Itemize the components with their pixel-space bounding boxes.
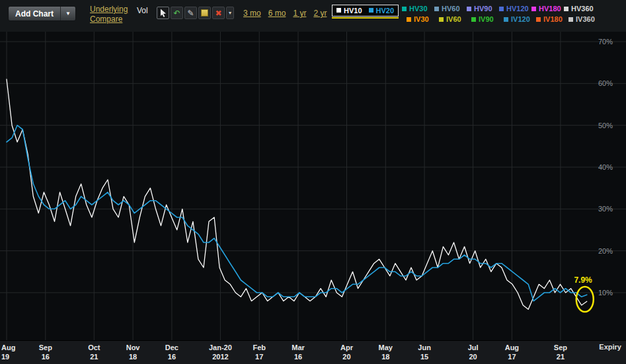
swatch-iv60 <box>439 17 444 22</box>
swatch-hv180 <box>531 7 536 11</box>
y-axis-label: 50% <box>598 122 613 129</box>
swatch-iv180 <box>536 17 541 22</box>
y-axis-label: 30% <box>598 205 613 213</box>
legend-selected-group: HV10HV20 <box>332 5 399 17</box>
y-axis-label: 70% <box>598 38 613 46</box>
legend-label: HV10 <box>344 7 362 15</box>
annotation-value: 7.9% <box>574 275 592 285</box>
y-axis-label: 10% <box>598 289 613 297</box>
volatility-chart-app: Add Chart ▼ Underlying Compare Vol ↶✎✖▾ … <box>0 0 626 364</box>
legend-item-hv30[interactable]: HV30 <box>402 5 434 13</box>
chart-mode-links: Underlying Compare <box>90 5 128 24</box>
range-link-1-yr[interactable]: 1 yr <box>293 9 306 18</box>
x-axis: Expiry Aug19Sep16Oct21Nov18Dec16Jan-2020… <box>0 340 626 364</box>
add-chart-caret-icon[interactable]: ▼ <box>60 7 75 20</box>
y-axis-label: 60% <box>598 79 613 87</box>
swatch-hv120 <box>499 7 504 11</box>
legend-item-iv60[interactable]: IV60 <box>439 15 471 23</box>
delete-tool-icon[interactable]: ✖ <box>212 7 225 19</box>
range-link-6-mo[interactable]: 6 mo <box>268 9 286 18</box>
tools-menu-icon[interactable]: ▾ <box>226 7 234 19</box>
legend-label: IV30 <box>414 15 429 23</box>
vol-label: Vol <box>137 6 148 15</box>
swatch-iv120 <box>504 17 508 22</box>
legend-item-iv120[interactable]: IV120 <box>504 15 536 23</box>
x-axis-label: Jan-202012 <box>209 343 232 361</box>
note-glyph <box>201 9 208 17</box>
legend-item-iv30[interactable]: IV30 <box>407 15 439 23</box>
range-link-2-yr[interactable]: 2 yr <box>313 9 327 18</box>
undo-tool-icon[interactable]: ↶ <box>171 7 183 19</box>
x-axis-label: Aug19 <box>1 343 15 361</box>
legend-item-iv180[interactable]: IV180 <box>536 15 568 23</box>
legend-label: IV360 <box>576 15 595 23</box>
x-axis-label: Jun15 <box>418 343 431 361</box>
legend-item-iv90[interactable]: IV90 <box>471 15 504 23</box>
legend-label: IV180 <box>543 15 563 23</box>
selected-underline <box>332 17 399 18</box>
legend-label: HV60 <box>442 5 460 13</box>
drawing-tools: ↶✎✖▾ <box>157 7 235 19</box>
swatch-hv20 <box>369 8 373 13</box>
x-axis-label: Jul20 <box>468 343 479 361</box>
note-tool-icon[interactable] <box>198 7 211 19</box>
expiry-label: Expiry <box>599 343 621 351</box>
x-axis-label: Oct21 <box>88 343 100 361</box>
legend-item-hv60[interactable]: HV60 <box>434 5 467 13</box>
x-axis-label: Mar16 <box>292 343 305 361</box>
swatch-iv30 <box>407 17 411 22</box>
pointer-tool-icon[interactable] <box>157 7 169 19</box>
swatch-hv10 <box>336 8 341 13</box>
swatch-iv90 <box>471 17 476 22</box>
legend-label: IV90 <box>479 15 494 23</box>
range-link-3-mo[interactable]: 3 mo <box>243 9 261 18</box>
y-axis-label: 40% <box>598 163 613 171</box>
legend-label: HV120 <box>506 5 529 13</box>
add-chart-button[interactable]: Add Chart ▼ <box>8 6 76 21</box>
legend-label: HV30 <box>409 5 428 13</box>
legend-item-iv360[interactable]: IV360 <box>568 15 601 23</box>
iv-legend-row: IV30IV60IV90IV120IV180IV360 <box>407 15 601 23</box>
x-axis-label: Feb17 <box>253 343 266 361</box>
x-axis-label: Sep21 <box>554 343 567 361</box>
swatch-hv60 <box>434 7 439 11</box>
x-axis-label: Aug17 <box>505 343 519 361</box>
x-axis-label: Apr20 <box>340 343 353 361</box>
draw-tool-icon[interactable]: ✎ <box>184 7 197 19</box>
underlying-link[interactable]: Underlying <box>90 5 128 15</box>
legend-item-hv10[interactable]: HV10 <box>336 7 362 15</box>
legend-item-hv180[interactable]: HV180 <box>531 5 564 13</box>
series-legend: HV30HV60HV90HV120HV180HV360 IV30IV60IV90… <box>402 5 601 23</box>
volatility-chart: 70%60%50%40%30%20%10%7.9% <box>0 32 626 340</box>
swatch-hv360 <box>564 7 568 11</box>
x-axis-label: Dec16 <box>165 343 178 361</box>
x-axis-label: May18 <box>379 343 393 361</box>
x-axis-label: Nov18 <box>126 343 140 361</box>
legend-item-hv360[interactable]: HV360 <box>564 5 596 13</box>
legend-item-hv20[interactable]: HV20 <box>369 7 395 15</box>
legend-label: HV20 <box>376 7 395 15</box>
time-range-links: 3 mo6 mo1 yr2 yr <box>243 9 327 18</box>
legend-label: HV180 <box>539 5 561 13</box>
legend-label: HV90 <box>474 5 492 13</box>
swatch-hv30 <box>402 7 407 11</box>
hv-legend-row: HV30HV60HV90HV120HV180HV360 <box>402 5 601 13</box>
legend-item-hv120[interactable]: HV120 <box>499 5 531 13</box>
add-chart-label: Add Chart <box>9 9 60 18</box>
legend-label: IV120 <box>511 15 530 23</box>
chart-area[interactable]: 70%60%50%40%30%20%10%7.9% <box>0 32 626 340</box>
legend-item-hv90[interactable]: HV90 <box>467 5 499 13</box>
y-axis-label: 20% <box>598 247 613 255</box>
chart-toolbar: Add Chart ▼ Underlying Compare Vol ↶✎✖▾ … <box>0 0 626 32</box>
swatch-iv360 <box>568 17 573 22</box>
x-axis-label: Sep16 <box>39 343 52 361</box>
swatch-hv90 <box>467 7 471 11</box>
legend-label: IV60 <box>446 15 461 23</box>
legend-label: HV360 <box>571 5 594 13</box>
compare-link[interactable]: Compare <box>90 15 128 24</box>
